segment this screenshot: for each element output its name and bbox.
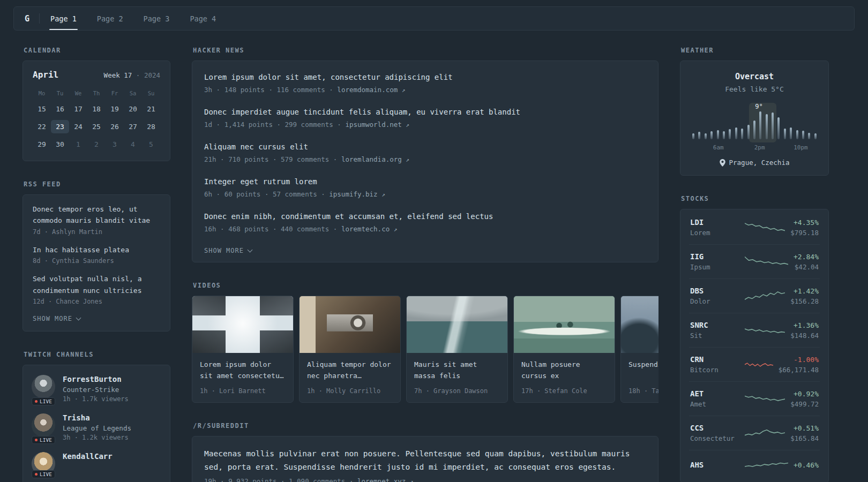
- video-title[interactable]: Lorem ipsum dolor sit amet consectetu…: [200, 359, 286, 382]
- video-meta: 1h · Lori Barnett: [200, 387, 286, 395]
- stock-row[interactable]: AET Amet +0.92% $499.72: [689, 381, 820, 416]
- stock-symbol: CRN: [690, 355, 739, 364]
- story-title[interactable]: Aliquam nec cursus elit: [204, 141, 646, 153]
- calendar-day: 5: [142, 138, 160, 151]
- weather-bar: [808, 133, 810, 139]
- rss-item-title[interactable]: Donec tempor eros leo, ut commodo mauris…: [33, 204, 160, 227]
- live-dot-icon: [35, 473, 38, 476]
- video-card: Nullam posuere cursus ex 17h · Stefan Co…: [513, 296, 615, 403]
- calendar-day: 22: [33, 120, 51, 133]
- stock-row[interactable]: DBS Dolor +1.42% $156.28: [689, 278, 820, 313]
- stock-values: +0.51% $165.84: [790, 424, 819, 442]
- calendar-day: 15: [33, 102, 51, 116]
- stock-row[interactable]: SNRC Sit +1.36% $148.64: [689, 313, 820, 347]
- left-column: CALENDAR April Week 17 · 2024 MoTuWeThFr…: [23, 47, 170, 482]
- video-thumbnail[interactable]: [407, 296, 507, 353]
- avatar[interactable]: LIVE: [32, 413, 55, 441]
- video-body: Suspendisse diam 18h · Tara: [621, 353, 659, 402]
- rss-card: Donec tempor eros leo, ut commodo mauris…: [23, 194, 170, 332]
- avatar[interactable]: LIVE: [32, 375, 55, 403]
- stock-row[interactable]: IIG Ipsum +2.84% $42.04: [689, 244, 820, 278]
- stock-row[interactable]: AHS +0.46%: [689, 450, 820, 481]
- show-more-label: SHOW MORE: [204, 247, 244, 254]
- calendar-card: April Week 17 · 2024 MoTuWeThFrSaSu 1516…: [23, 61, 170, 161]
- stock-name: Consectetur: [690, 434, 739, 442]
- weather-bar: [735, 127, 737, 139]
- external-link-icon: ↗: [410, 478, 414, 482]
- middle-column: HACKER NEWS Lorem ipsum dolor sit amet, …: [192, 47, 659, 482]
- video-body: Mauris sit amet massa felis 7h · Grayson…: [407, 353, 507, 402]
- subreddit-section-title: /R/SUBREDDIT: [193, 422, 659, 430]
- channel-meta: 1h · 1.7k viewers: [63, 395, 129, 403]
- rss-item-meta: 8d · Cynthia Saunders: [33, 257, 160, 265]
- weather-time-label: 6am: [713, 144, 724, 151]
- story-meta-text: 3h · 148 points · 116 comments ·: [204, 86, 337, 94]
- rss-show-more-button[interactable]: SHOW MORE: [33, 314, 80, 323]
- stocks-section-title: STOCKS: [681, 195, 829, 202]
- story-title[interactable]: Donec enim nibh, condimentum et accumsan…: [204, 211, 646, 222]
- weather-feels-like: Feels like 5°C: [690, 85, 819, 93]
- story-domain-link[interactable]: ipsumworld.net ↗: [345, 120, 409, 129]
- post-domain-text: loremnet.xyz: [357, 477, 406, 482]
- page-tab[interactable]: Page 1: [49, 7, 78, 30]
- stock-row[interactable]: LDI Lorem +4.35% $795.18: [689, 210, 820, 244]
- page-tab[interactable]: Page 4: [189, 7, 217, 30]
- story-title[interactable]: Donec imperdiet augue tincidunt felis al…: [204, 107, 646, 118]
- channel-name[interactable]: Trisha: [63, 413, 131, 422]
- calendar-day-header: We: [69, 88, 87, 98]
- video-thumbnail[interactable]: [621, 296, 659, 353]
- stock-row[interactable]: CCS Consectetur +0.51% $165.84: [689, 416, 820, 450]
- post-title[interactable]: Maecenas mollis pulvinar erat non posuer…: [204, 447, 646, 473]
- page-tab[interactable]: Page 2: [96, 7, 124, 30]
- stock-change: +1.36%: [790, 321, 819, 329]
- calendar-day: 20: [124, 102, 142, 116]
- domain-text: loremdomain.com: [337, 86, 398, 94]
- stock-row[interactable]: CRN Bitcorn -1.00% $66,171.48: [689, 347, 820, 381]
- channel-info: KendallCarr: [63, 452, 113, 476]
- weather-bar: [766, 114, 768, 139]
- rss-item-title[interactable]: In hac habitasse platea: [33, 244, 160, 255]
- avatar[interactable]: LIVE: [32, 452, 55, 476]
- subreddit-post: Maecenas mollis pulvinar erat non posuer…: [204, 447, 646, 482]
- chevron-down-icon: [248, 247, 253, 252]
- video-title[interactable]: Mauris sit amet massa felis: [414, 359, 500, 382]
- rss-item-title[interactable]: Sed volutpat nulla nisl, a condimentum n…: [33, 273, 160, 296]
- weather-bar: [705, 133, 707, 139]
- story-title[interactable]: Integer eget rutrum lorem: [204, 176, 646, 187]
- stock-change: -1.00%: [779, 356, 819, 364]
- story-domain-link[interactable]: ipsumify.biz ↗: [329, 190, 385, 198]
- video-title[interactable]: Suspendisse diam: [628, 359, 659, 382]
- video-title[interactable]: Nullam posuere cursus ex: [521, 359, 607, 382]
- story-meta-text: 6h · 60 points · 57 comments ·: [204, 190, 329, 198]
- calendar-day: 3: [106, 138, 124, 151]
- stock-sparkline: [745, 254, 788, 270]
- video-card: Lorem ipsum dolor sit amet consectetu… 1…: [192, 296, 294, 403]
- external-link-icon: ↗: [381, 191, 385, 198]
- video-thumbnail[interactable]: [192, 296, 293, 353]
- post-domain-link[interactable]: loremnet.xyz ↗: [357, 477, 413, 482]
- story-meta: 1d · 1,414 points · 299 comments · ipsum…: [204, 120, 646, 129]
- live-label: LIVE: [40, 471, 52, 477]
- channel-name[interactable]: ForrestBurton: [63, 375, 129, 383]
- stock-change: +0.46%: [794, 461, 819, 469]
- channel-name[interactable]: KendallCarr: [63, 452, 113, 461]
- video-title[interactable]: Aliquam tempor dolor nec pharetra…: [307, 359, 393, 382]
- video-thumbnail[interactable]: [514, 296, 615, 353]
- stock-price: $499.72: [790, 400, 819, 408]
- weather-bar: [759, 111, 761, 139]
- stocks-card: LDI Lorem +4.35% $795.18 IIG Ipsum: [680, 209, 829, 482]
- story-title[interactable]: Lorem ipsum dolor sit amet, consectetur …: [204, 72, 646, 83]
- story-domain-link[interactable]: loremtech.co ↗: [341, 225, 397, 233]
- weather-bar: [802, 131, 804, 139]
- story-domain-link[interactable]: loremlandia.org ↗: [341, 155, 409, 163]
- app-logo[interactable]: G: [25, 7, 39, 30]
- live-dot-icon: [35, 400, 38, 403]
- video-thumbnail[interactable]: [300, 296, 400, 353]
- topbar-divider: [39, 13, 40, 24]
- page-tab[interactable]: Page 3: [143, 7, 171, 30]
- story-domain-link[interactable]: loremdomain.com ↗: [337, 86, 405, 94]
- stock-id: IIG Ipsum: [690, 252, 739, 271]
- hackernews-show-more-button[interactable]: SHOW MORE: [204, 246, 252, 255]
- show-more-label: SHOW MORE: [33, 315, 72, 322]
- weather-section-title: WEATHER: [681, 47, 829, 54]
